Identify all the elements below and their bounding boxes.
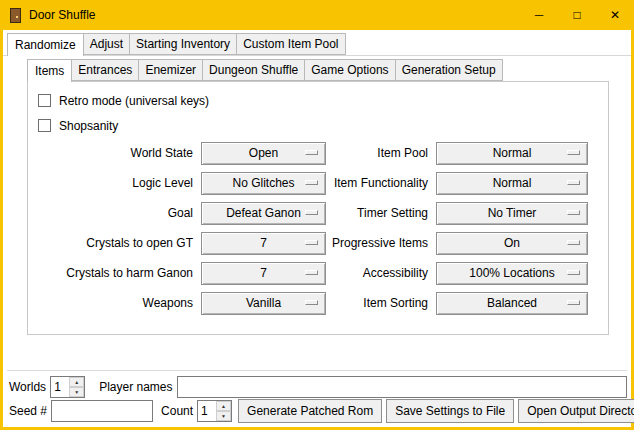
crystals-gt-dropdown[interactable]: 7 [201, 232, 326, 255]
save-settings-button[interactable]: Save Settings to File [386, 399, 514, 423]
window-title: Door Shuffle [29, 8, 96, 22]
dropdown-value: No Glitches [232, 176, 294, 190]
worlds-spin-buttons: ▲ ▼ [69, 377, 84, 397]
title-bar[interactable]: Door Shuffle ─ □ ✕ [0, 0, 634, 30]
retro-mode-label: Retro mode (universal keys) [59, 94, 209, 108]
option-row: World State Open Item Pool Normal [30, 138, 608, 168]
item-pool-dropdown[interactable]: Normal [436, 142, 588, 165]
dropdown-indicator-icon [305, 240, 318, 245]
dropdown-indicator-icon [567, 240, 580, 245]
worlds-spinbox[interactable]: ▲ ▼ [50, 376, 85, 398]
dropdown-value: 100% Locations [469, 266, 554, 280]
open-output-button[interactable]: Open Output Directory [518, 399, 634, 423]
world-state-dropdown[interactable]: Open [201, 142, 326, 165]
seed-input[interactable] [51, 400, 153, 422]
option-row: Goal Defeat Ganon Timer Setting No Timer [30, 198, 608, 228]
spin-down-icon[interactable]: ▼ [216, 411, 231, 421]
timer-setting-label: Timer Setting [326, 206, 428, 220]
option-row: Logic Level No Glitches Item Functionali… [30, 168, 608, 198]
option-row: Crystals to harm Ganon 7 Accessibility 1… [30, 258, 608, 288]
tab-entrances[interactable]: Entrances [71, 59, 139, 81]
tab-items[interactable]: Items [27, 59, 72, 82]
dropdown-indicator-icon [305, 210, 318, 215]
weapons-label: Weapons [30, 296, 193, 310]
window-body: Randomize Adjust Starting Inventory Cust… [3, 30, 631, 427]
dropdown-value: Vanilla [246, 296, 281, 310]
option-row: Crystals to open GT 7 Progressive Items … [30, 228, 608, 258]
close-button[interactable]: ✕ [596, 0, 634, 30]
dropdown-indicator-icon [567, 150, 580, 155]
shopsanity-row: Shopsanity [38, 113, 608, 138]
tab-enemizer[interactable]: Enemizer [138, 59, 203, 81]
tab-randomize[interactable]: Randomize [7, 33, 84, 56]
tab-starting-inventory[interactable]: Starting Inventory [129, 33, 237, 55]
retro-mode-checkbox[interactable] [38, 94, 51, 107]
spin-down-icon[interactable]: ▼ [69, 387, 84, 397]
spin-up-icon[interactable]: ▲ [69, 377, 84, 387]
app-icon [10, 8, 21, 23]
weapons-dropdown[interactable]: Vanilla [201, 292, 326, 315]
worlds-row: Worlds ▲ ▼ Player names [9, 375, 627, 399]
item-functionality-dropdown[interactable]: Normal [436, 172, 588, 195]
logic-level-dropdown[interactable]: No Glitches [201, 172, 326, 195]
shopsanity-label: Shopsanity [59, 119, 118, 133]
dropdown-indicator-icon [305, 300, 318, 305]
accessibility-dropdown[interactable]: 100% Locations [436, 262, 588, 285]
tab-custom-item-pool[interactable]: Custom Item Pool [236, 33, 345, 55]
crystals-gt-label: Crystals to open GT [30, 236, 193, 250]
dropdown-indicator-icon [567, 300, 580, 305]
item-sorting-label: Item Sorting [326, 296, 428, 310]
worlds-label: Worlds [9, 380, 46, 394]
worlds-input[interactable] [51, 377, 69, 397]
crystals-ganon-label: Crystals to harm Ganon [30, 266, 193, 280]
count-label: Count [161, 404, 193, 418]
accessibility-label: Accessibility [326, 266, 428, 280]
generate-rom-button[interactable]: Generate Patched Rom [238, 399, 382, 423]
item-pool-label: Item Pool [326, 146, 428, 160]
dropdown-indicator-icon [305, 270, 318, 275]
shopsanity-checkbox[interactable] [38, 119, 51, 132]
dropdown-value: Balanced [487, 296, 537, 310]
minimize-button[interactable]: ─ [520, 0, 558, 30]
window-controls: ─ □ ✕ [520, 0, 634, 30]
item-functionality-label: Item Functionality [326, 176, 428, 190]
dropdown-indicator-icon [305, 150, 318, 155]
crystals-ganon-dropdown[interactable]: 7 [201, 262, 326, 285]
tab-dungeon-shuffle[interactable]: Dungeon Shuffle [202, 59, 305, 81]
dropdown-value: Normal [493, 146, 532, 160]
spin-up-icon[interactable]: ▲ [216, 401, 231, 411]
world-state-label: World State [30, 146, 193, 160]
seed-label: Seed # [9, 404, 47, 418]
dropdown-indicator-icon [567, 210, 580, 215]
dropdown-value: Defeat Ganon [226, 206, 301, 220]
timer-setting-dropdown[interactable]: No Timer [436, 202, 588, 225]
seed-row: Seed # Count ▲ ▼ Generate Patched Rom Sa… [9, 399, 627, 423]
dropdown-indicator-icon [567, 270, 580, 275]
item-sorting-dropdown[interactable]: Balanced [436, 292, 588, 315]
tab-generation-setup[interactable]: Generation Setup [395, 59, 503, 81]
dropdown-value: On [504, 236, 520, 250]
dropdown-value: 7 [260, 266, 267, 280]
dropdown-value: No Timer [488, 206, 537, 220]
tab-adjust[interactable]: Adjust [83, 33, 130, 55]
dropdown-value: 7 [260, 236, 267, 250]
progressive-items-label: Progressive Items [326, 236, 428, 250]
count-spinbox[interactable]: ▲ ▼ [197, 400, 232, 422]
option-row: Weapons Vanilla Item Sorting Balanced [30, 288, 608, 318]
dropdown-indicator-icon [305, 180, 318, 185]
goal-dropdown[interactable]: Defeat Ganon [201, 202, 326, 225]
player-names-input[interactable] [177, 376, 628, 398]
player-names-label: Player names [99, 380, 172, 394]
dropdown-indicator-icon [567, 180, 580, 185]
logic-level-label: Logic Level [30, 176, 193, 190]
dropdown-value: Open [249, 146, 278, 160]
items-tab-pane: Retro mode (universal keys) Shopsanity W… [27, 81, 609, 335]
settings-tab-strip: Items Entrances Enemizer Dungeon Shuffle… [27, 59, 609, 81]
app-window: Door Shuffle ─ □ ✕ Randomize Adjust Star… [0, 0, 634, 430]
maximize-button[interactable]: □ [558, 0, 596, 30]
progressive-items-dropdown[interactable]: On [436, 232, 588, 255]
main-tab-strip: Randomize Adjust Starting Inventory Cust… [3, 30, 631, 56]
count-spin-buttons: ▲ ▼ [216, 401, 231, 421]
tab-game-options[interactable]: Game Options [304, 59, 395, 81]
count-input[interactable] [198, 401, 216, 421]
